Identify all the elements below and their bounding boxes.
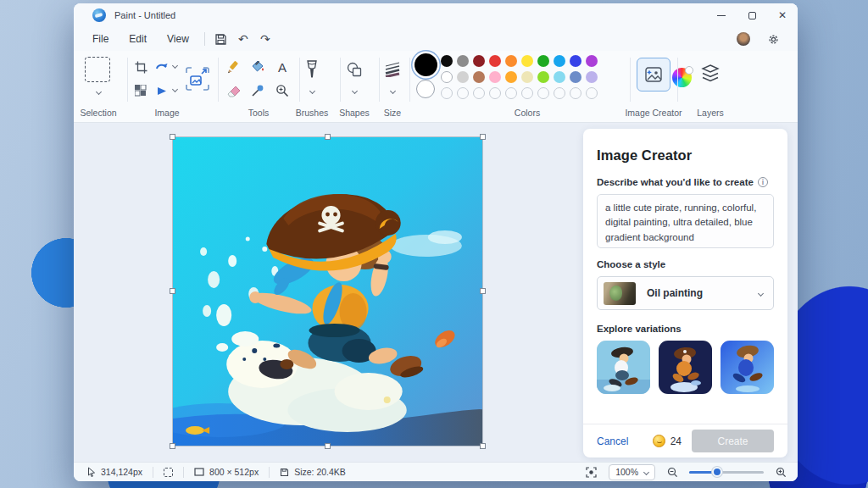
color-swatch[interactable]: [521, 55, 533, 67]
cancel-button[interactable]: Cancel: [597, 435, 628, 447]
prompt-textarea[interactable]: a little cute pirate, running, colorful,…: [597, 194, 774, 248]
color-swatch[interactable]: [554, 55, 565, 67]
color-swatch[interactable]: [457, 55, 469, 67]
color-swatch[interactable]: [505, 55, 517, 67]
zoom-slider-thumb[interactable]: [712, 467, 722, 477]
color-swatch[interactable]: [473, 55, 485, 67]
menu-edit[interactable]: Edit: [119, 30, 157, 48]
variation-thumb-2[interactable]: [659, 341, 712, 394]
cursor-icon: [87, 467, 96, 477]
style-thumbnail: [604, 282, 636, 305]
selection-handle-ne[interactable]: [480, 134, 486, 140]
color-swatch[interactable]: [586, 55, 598, 67]
edit-colors-wheel-icon[interactable]: [672, 68, 692, 87]
shapes-button[interactable]: [342, 58, 367, 81]
selection-dropdown[interactable]: [92, 87, 104, 96]
image-creator-button[interactable]: [637, 58, 670, 92]
menu-view[interactable]: View: [157, 30, 199, 48]
color-swatch[interactable]: [521, 71, 533, 83]
color-swatch[interactable]: [586, 71, 598, 83]
maximize-button[interactable]: [737, 3, 767, 27]
undo-icon: ↶: [238, 32, 248, 46]
crop-icon: [135, 61, 147, 74]
empty-color-slot[interactable]: [586, 87, 598, 99]
style-dropdown[interactable]: Oil painting: [597, 276, 774, 310]
color-swatch[interactable]: [570, 55, 581, 67]
selection-handle-se[interactable]: [480, 443, 486, 449]
color-swatch[interactable]: [473, 71, 485, 83]
layers-button[interactable]: [696, 61, 725, 86]
color-swatch[interactable]: [457, 71, 469, 83]
shapes-dropdown[interactable]: [348, 86, 360, 95]
user-avatar[interactable]: [737, 32, 750, 46]
rotate-dropdown[interactable]: [170, 61, 180, 69]
selection-handle-e[interactable]: [480, 288, 486, 294]
flip-dropdown[interactable]: [170, 85, 180, 93]
close-button[interactable]: ✕: [767, 3, 798, 27]
empty-color-slot[interactable]: [441, 87, 453, 99]
menu-file[interactable]: File: [82, 30, 119, 48]
eraser-tool[interactable]: [223, 80, 243, 101]
size-dropdown[interactable]: [387, 86, 398, 95]
magnifier-tool[interactable]: [272, 80, 292, 101]
brushes-dropdown[interactable]: [306, 86, 318, 95]
pencil-tool[interactable]: [223, 57, 243, 77]
selection-handle-nw[interactable]: [170, 134, 175, 140]
minimize-button[interactable]: [706, 3, 737, 27]
undo-button[interactable]: ↶: [232, 30, 254, 48]
settings-button[interactable]: [762, 30, 784, 48]
color-swatch[interactable]: [441, 71, 453, 83]
color-swatch[interactable]: [570, 71, 581, 83]
variation-thumb-1[interactable]: [597, 341, 650, 394]
color-swatch[interactable]: [537, 55, 549, 67]
resize-skew-button[interactable]: [131, 81, 150, 100]
crop-button[interactable]: [131, 58, 150, 76]
selection-handle-sw[interactable]: [170, 443, 175, 449]
brushes-button[interactable]: [299, 58, 325, 81]
selection-handle-s[interactable]: [325, 443, 331, 449]
zoom-slider[interactable]: [689, 471, 764, 474]
empty-color-slot[interactable]: [489, 87, 501, 99]
fit-to-screen-button[interactable]: [581, 464, 600, 480]
save-button[interactable]: [210, 30, 232, 48]
selection-handle-w[interactable]: [170, 288, 175, 294]
variation-1-image: [597, 341, 650, 394]
redo-button[interactable]: ↷: [254, 30, 276, 48]
empty-color-slot[interactable]: [554, 87, 565, 99]
group-label-image: Image: [130, 108, 204, 118]
create-button[interactable]: Create: [692, 430, 774, 452]
color-swatch[interactable]: [441, 55, 453, 67]
selection-handle-n[interactable]: [325, 134, 331, 140]
size-button[interactable]: [381, 58, 404, 81]
zoom-in-button[interactable]: [772, 464, 789, 480]
save-icon: [214, 33, 227, 46]
background-color-swatch[interactable]: [416, 80, 435, 98]
text-tool[interactable]: A: [272, 57, 292, 77]
info-icon[interactable]: i: [758, 177, 768, 187]
empty-color-slot[interactable]: [521, 87, 533, 99]
empty-color-slot[interactable]: [473, 87, 485, 99]
fill-tool[interactable]: [248, 57, 268, 77]
zoom-out-button[interactable]: [664, 464, 681, 480]
empty-color-slot[interactable]: [537, 87, 549, 99]
variations-row: [597, 341, 774, 394]
variation-thumb-3[interactable]: [721, 341, 774, 394]
flip-button[interactable]: [153, 81, 171, 100]
empty-color-slot[interactable]: [457, 87, 469, 99]
color-swatch[interactable]: [489, 71, 501, 83]
color-swatch[interactable]: [537, 71, 549, 83]
color-swatch[interactable]: [554, 71, 565, 83]
describe-label: Describe what you'd like to create: [597, 177, 754, 187]
foreground-color-swatch[interactable]: [415, 53, 437, 76]
empty-color-slot[interactable]: [505, 87, 517, 99]
paint-window: Paint - Untitled ✕ File Edit View ↶ ↷ Se…: [74, 3, 798, 481]
color-picker-tool[interactable]: [248, 80, 268, 101]
color-swatch[interactable]: [489, 55, 501, 67]
resize-image-button[interactable]: [181, 63, 214, 95]
color-swatch[interactable]: [505, 71, 517, 83]
empty-color-slot[interactable]: [570, 87, 581, 99]
rotate-button[interactable]: [153, 58, 171, 76]
zoom-level-dropdown[interactable]: 100%: [609, 464, 655, 480]
selection-tool[interactable]: [85, 57, 110, 82]
canvas[interactable]: [173, 137, 482, 446]
